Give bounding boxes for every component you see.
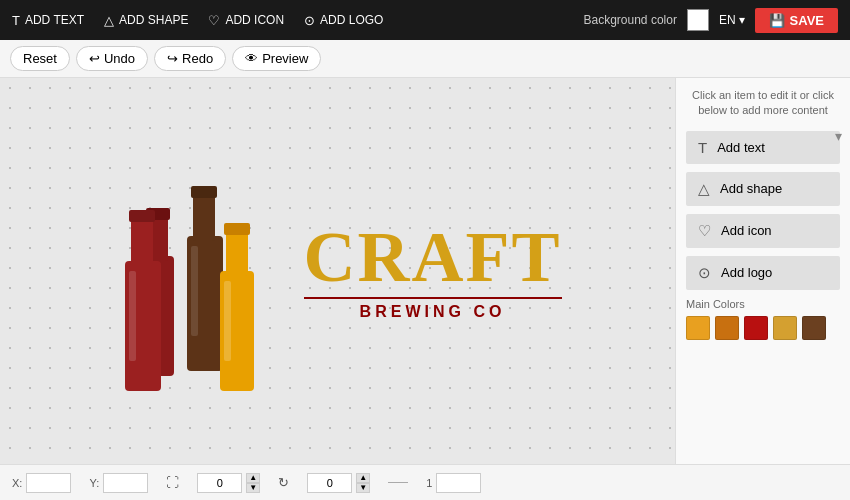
bg-color-swatch[interactable] [687,9,709,31]
panel-logo-icon: ⊙ [698,264,711,282]
resize-icon: ⛶ [166,475,179,490]
panel-hint: Click an item to edit it or click below … [686,88,840,119]
rotate-input[interactable] [307,473,352,493]
craft-logo[interactable]: CRAFT BREWING CO [114,146,562,396]
color-swatch-2[interactable] [744,316,768,340]
color-swatch-4[interactable] [802,316,826,340]
canvas-content: CRAFT BREWING CO [0,78,675,464]
add-shape-label: ADD SHAPE [119,13,188,27]
redo-button[interactable]: ↪ Redo [154,46,226,71]
opacity-up-btn[interactable]: ▲ [246,473,260,483]
y-field: Y: [89,473,148,493]
add-text-btn[interactable]: T ADD TEXT [12,13,84,28]
shape-icon: △ [104,13,114,28]
scale-label: 1 [426,477,432,489]
preview-button[interactable]: 👁 Preview [232,46,321,71]
color-swatch-1[interactable] [715,316,739,340]
lang-label: EN [719,13,736,27]
panel-text-icon: T [698,139,707,156]
reset-label: Reset [23,51,57,66]
rotate-field: ▲ ▼ [307,473,370,493]
redo-icon: ↪ [167,51,178,66]
color-swatch-0[interactable] [686,316,710,340]
bg-color-label: Background color [584,13,677,27]
logo-icon: ⊙ [304,13,315,28]
add-logo-btn[interactable]: ⊙ ADD LOGO [304,13,383,28]
svg-rect-15 [129,271,136,361]
add-icon-btn[interactable]: ♡ ADD ICON [208,13,284,28]
panel-add-icon-btn[interactable]: ♡ Add icon [686,214,840,248]
rotate-icon: ↻ [278,475,289,490]
scale-input[interactable] [436,473,481,493]
reset-button[interactable]: Reset [10,46,70,71]
toolbar-right: Background color EN ▾ 💾 SAVE [584,8,839,33]
panel-add-shape-btn[interactable]: △ Add shape [686,172,840,206]
preview-icon: 👁 [245,51,258,66]
scale-field: 1 [426,473,481,493]
panel-add-logo-btn[interactable]: ⊙ Add logo [686,256,840,290]
bottom-separator [388,482,408,483]
main-area: CRAFT BREWING CO ▾ Click an item to edit… [0,78,850,464]
add-icon-label: ADD ICON [225,13,284,27]
craft-text-area[interactable]: CRAFT BREWING CO [304,221,562,321]
undo-button[interactable]: ↩ Undo [76,46,148,71]
svg-rect-14 [129,210,155,222]
save-label: SAVE [790,13,824,28]
x-label: X: [12,477,22,489]
panel-add-icon-label: Add icon [721,223,772,238]
x-field: X: [12,473,71,493]
rotate-down-btn[interactable]: ▼ [356,483,370,493]
panel-shape-icon: △ [698,180,710,198]
svg-rect-11 [224,281,231,361]
add-shape-btn[interactable]: △ ADD SHAPE [104,13,188,28]
y-input[interactable] [103,473,148,493]
colors-row [686,316,840,340]
craft-subtitle: BREWING CO [360,303,506,321]
chevron-down-icon: ▾ [739,13,745,27]
panel-add-text-btn[interactable]: T Add text [686,131,840,164]
panel-add-shape-label: Add shape [720,181,782,196]
save-icon: 💾 [769,13,785,28]
redo-label: Redo [182,51,213,66]
icon-icon: ♡ [208,13,220,28]
panel-add-text-label: Add text [717,140,765,155]
opacity-input[interactable] [197,473,242,493]
svg-rect-9 [226,231,248,276]
undo-icon: ↩ [89,51,100,66]
opacity-field: ▲ ▼ [197,473,260,493]
right-panel: ▾ Click an item to edit it or click belo… [675,78,850,464]
y-label: Y: [89,477,99,489]
main-colors-label: Main Colors [686,298,840,310]
save-button[interactable]: 💾 SAVE [755,8,838,33]
x-input[interactable] [26,473,71,493]
add-logo-label: ADD LOGO [320,13,383,27]
color-swatch-3[interactable] [773,316,797,340]
panel-icon-icon: ♡ [698,222,711,240]
svg-rect-10 [224,223,250,235]
text-icon: T [12,13,20,28]
undo-label: Undo [104,51,135,66]
craft-divider [304,297,562,299]
bottles-graphic [114,146,284,396]
action-bar: Reset ↩ Undo ↪ Redo 👁 Preview [0,40,850,78]
svg-rect-5 [193,194,215,241]
rotate-up-btn[interactable]: ▲ [356,473,370,483]
panel-dropdown-icon[interactable]: ▾ [835,128,842,144]
svg-rect-13 [131,218,153,266]
opacity-stepper: ▲ ▼ [246,473,260,493]
svg-rect-6 [191,186,217,198]
panel-add-logo-label: Add logo [721,265,772,280]
craft-title: CRAFT [304,221,562,293]
canvas-area[interactable]: CRAFT BREWING CO [0,78,675,464]
svg-rect-7 [191,246,198,336]
language-btn[interactable]: EN ▾ [719,13,745,27]
add-text-label: ADD TEXT [25,13,84,27]
rotate-stepper: ▲ ▼ [356,473,370,493]
top-toolbar: T ADD TEXT △ ADD SHAPE ♡ ADD ICON ⊙ ADD … [0,0,850,40]
opacity-down-btn[interactable]: ▼ [246,483,260,493]
preview-label: Preview [262,51,308,66]
bottom-bar: X: Y: ⛶ ▲ ▼ ↻ ▲ ▼ 1 [0,464,850,500]
